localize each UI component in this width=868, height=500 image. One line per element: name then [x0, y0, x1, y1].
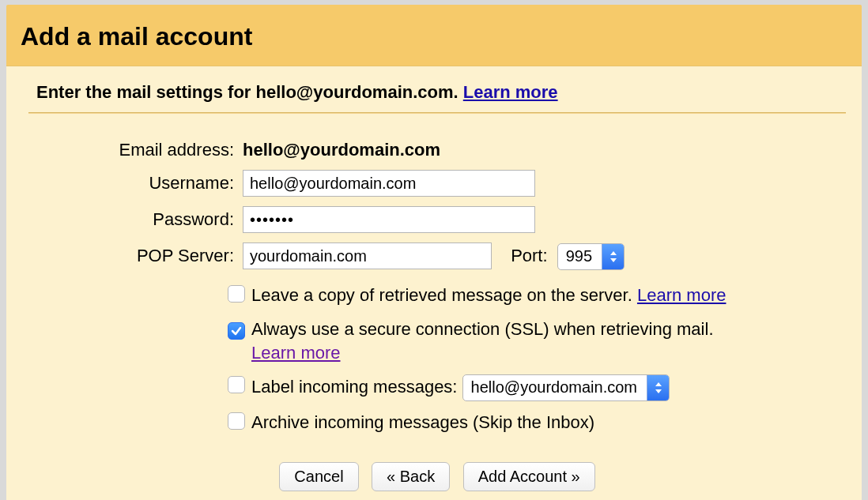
- pop-server-label: POP Server:: [28, 242, 242, 271]
- subhead-email: hello@yourdomain.com: [256, 82, 454, 102]
- back-button[interactable]: « Back: [372, 462, 450, 491]
- email-address-value: hello@yourdomain.com: [243, 140, 440, 160]
- label-incoming-checkbox[interactable]: [228, 376, 245, 393]
- ssl-text: Always use a secure connection (SSL) whe…: [251, 319, 714, 339]
- subhead-learn-more-link[interactable]: Learn more: [463, 82, 558, 102]
- cancel-button[interactable]: Cancel: [279, 462, 358, 491]
- leave-copy-text: Leave a copy of retrieved message on the…: [251, 285, 637, 305]
- svg-marker-0: [610, 251, 617, 255]
- add-account-button[interactable]: Add Account »: [463, 462, 595, 491]
- dialog-title: Add a mail account: [21, 22, 847, 51]
- button-row: Cancel « Back Add Account »: [28, 462, 846, 491]
- subhead-prefix: Enter the mail settings for: [36, 82, 256, 102]
- label-select[interactable]: hello@yourdomain.com: [462, 374, 670, 401]
- ssl-option: Always use a secure connection (SSL) whe…: [228, 318, 846, 364]
- subhead-suffix: .: [454, 82, 463, 102]
- stepper-icon: [602, 244, 624, 269]
- password-input[interactable]: [243, 206, 535, 233]
- ssl-learn-more-link[interactable]: Learn more: [251, 343, 341, 363]
- svg-marker-3: [655, 389, 662, 393]
- dialog-subheading: Enter the mail settings for hello@yourdo…: [36, 82, 846, 103]
- port-select-value: 995: [558, 247, 602, 265]
- password-label: Password:: [28, 205, 242, 234]
- archive-option: Archive incoming messages (Skip the Inbo…: [228, 411, 846, 436]
- dialog-header: Add a mail account: [6, 5, 862, 66]
- dialog-body: Enter the mail settings for hello@yourdo…: [6, 66, 862, 500]
- leave-copy-checkbox[interactable]: [228, 285, 245, 303]
- archive-checkbox[interactable]: [228, 412, 245, 430]
- leave-copy-option: Leave a copy of retrieved message on the…: [228, 284, 846, 309]
- label-incoming-option: Label incoming messages: hello@yourdomai…: [228, 374, 846, 401]
- username-input[interactable]: [243, 170, 535, 197]
- email-address-label: Email address:: [28, 139, 242, 161]
- label-select-value: hello@yourdomain.com: [463, 377, 647, 398]
- svg-marker-1: [610, 258, 617, 262]
- label-incoming-text: Label incoming messages:: [251, 377, 462, 397]
- leave-copy-learn-more-link[interactable]: Learn more: [637, 285, 726, 305]
- divider: [28, 112, 846, 114]
- archive-text: Archive incoming messages (Skip the Inbo…: [251, 411, 846, 434]
- username-label: Username:: [28, 169, 242, 197]
- ssl-checkbox[interactable]: [228, 322, 245, 340]
- pop-server-input[interactable]: [243, 242, 492, 269]
- stepper-icon: [647, 375, 669, 400]
- port-select[interactable]: 995: [557, 243, 625, 270]
- settings-form: Email address: hello@yourdomain.com User…: [28, 131, 625, 279]
- svg-marker-2: [655, 382, 662, 386]
- port-label: Port:: [511, 246, 547, 265]
